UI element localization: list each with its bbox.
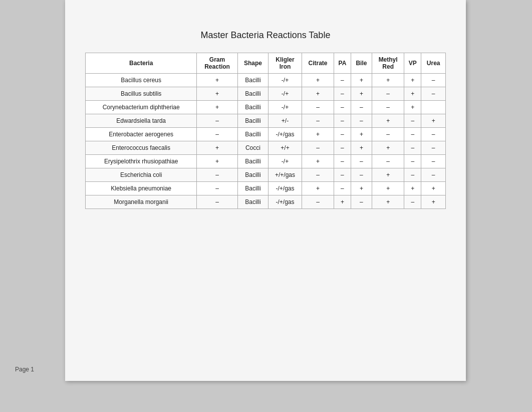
column-header: Citrate [302,53,334,74]
bacteria-table: BacteriaGramReactionShapeKliglerIronCitr… [85,53,446,209]
table-cell: – [421,168,446,182]
table-cell: + [372,141,404,155]
table-cell: – [334,128,351,141]
table-cell: -/+/gas [269,195,302,209]
table-cell: + [334,195,351,209]
table-cell: -/+ [269,74,302,87]
table-cell [421,101,446,114]
table-cell: – [404,168,421,182]
table-cell: + [197,141,237,155]
table-cell: – [334,114,351,128]
table-cell: Bacillus subtilis [86,87,197,101]
table-cell: Bacilli [237,182,268,195]
table-header-row: BacteriaGramReactionShapeKliglerIronCitr… [86,53,446,74]
table-cell: Erysipelothrix rhusiopathiae [86,155,197,168]
table-cell: – [421,128,446,141]
table-cell: – [421,141,446,155]
table-cell: – [197,182,237,195]
column-header: Urea [421,53,446,74]
table-cell: + [404,74,421,87]
table-cell: + [197,74,237,87]
table-cell: – [421,155,446,168]
table-cell: – [351,168,372,182]
table-cell: – [372,87,404,101]
table-cell: +/+/gas [269,168,302,182]
column-header: Shape [237,53,268,74]
table-cell: + [351,128,372,141]
table-row: Corynebacterium diphtheriae+Bacilli-/+––… [86,101,446,114]
table-cell: + [197,87,237,101]
table-cell: Bacilli [237,114,268,128]
table-cell: – [334,87,351,101]
table-cell: + [351,141,372,155]
table-cell: Edwardsiella tarda [86,114,197,128]
table-cell: + [351,74,372,87]
page-inner: Master Bacteria Reactions Table Bacteria… [65,0,466,381]
table-cell: Escherichia coli [86,168,197,182]
table-cell: – [197,128,237,141]
table-cell: + [302,182,334,195]
table-cell: + [302,74,334,87]
table-cell: – [197,168,237,182]
table-cell: Bacilli [237,168,268,182]
table-cell: – [334,101,351,114]
table-cell: – [197,114,237,128]
table-cell: + [372,168,404,182]
table-cell: – [421,87,446,101]
table-cell: -/+/gas [269,128,302,141]
table-cell: – [351,155,372,168]
table-cell: – [372,128,404,141]
table-cell: – [404,195,421,209]
table-row: Klebsiella pneumoniae–Bacilli-/+/gas+–++… [86,182,446,195]
page-container: Master Bacteria Reactions Table Bacteria… [0,0,532,412]
table-cell: – [334,141,351,155]
table-cell: + [372,195,404,209]
table-cell: + [421,195,446,209]
table-cell: – [404,141,421,155]
table-cell: – [334,155,351,168]
table-row: Bacillus cereus+Bacilli-/++–+++– [86,74,446,87]
table-cell: – [334,74,351,87]
column-header: PA [334,53,351,74]
table-cell: Enterobacter aerogenes [86,128,197,141]
table-cell: -/+ [269,101,302,114]
table-cell: +/- [269,114,302,128]
table-cell: Bacilli [237,195,268,209]
table-cell: – [302,195,334,209]
table-cell: + [421,182,446,195]
table-cell: – [302,141,334,155]
table-row: Erysipelothrix rhusiopathiae+Bacilli-/++… [86,155,446,168]
table-cell: + [197,101,237,114]
table-cell: Enterococcus faecalis [86,141,197,155]
table-cell: – [334,182,351,195]
table-cell: + [302,155,334,168]
table-cell: – [351,114,372,128]
table-cell: – [372,101,404,114]
table-cell: + [404,87,421,101]
table-cell: + [421,114,446,128]
table-cell: + [351,182,372,195]
column-header: VP [404,53,421,74]
table-cell: -/+ [269,87,302,101]
column-header: GramReaction [197,53,237,74]
table-cell: – [351,101,372,114]
table-cell: + [302,87,334,101]
table-row: Edwardsiella tarda–Bacilli+/-–––+–+ [86,114,446,128]
column-header: MethylRed [372,53,404,74]
table-cell: Cocci [237,141,268,155]
column-header: KliglerIron [269,53,302,74]
page-background: Master Bacteria Reactions Table Bacteria… [65,0,466,381]
column-header: Bile [351,53,372,74]
table-cell: – [351,195,372,209]
table-cell: – [404,155,421,168]
table-cell: – [302,114,334,128]
table-cell: Bacilli [237,128,268,141]
table-cell: – [302,101,334,114]
table-cell: – [421,74,446,87]
table-cell: + [404,182,421,195]
table-row: Enterococcus faecalis+Cocci+/+––++–– [86,141,446,155]
table-row: Morganella morganii–Bacilli-/+/gas–+–+–+ [86,195,446,209]
table-cell: Klebsiella pneumoniae [86,182,197,195]
table-row: Bacillus subtilis+Bacilli-/++–+–+– [86,87,446,101]
table-cell: Morganella morganii [86,195,197,209]
